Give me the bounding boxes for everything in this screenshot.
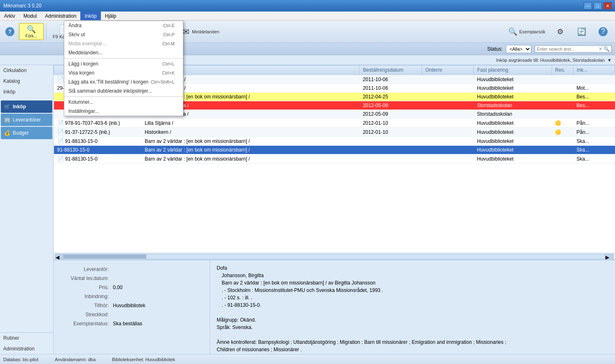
help-icon2: ? — [599, 27, 608, 36]
meddelanden-icon: ✉ — [182, 27, 189, 37]
inkop-nav-icon: 🛒 — [4, 104, 10, 110]
detail-line-4: . - Stockholm : MissionsInstitutet-PMU o… — [222, 287, 608, 294]
bottom-statusbar: Databas: bic-pilot Användarnamn: dba Bib… — [0, 354, 615, 364]
menu-item-lagg-alla[interactable]: Lägg alla ex.'Till beställning' i korgen… — [64, 77, 183, 86]
meddelanden-button[interactable]: ✉ Meddelanden — [179, 25, 223, 38]
search-clear-icon[interactable]: ✕ — [599, 46, 603, 52]
separator-2 — [64, 96, 183, 97]
status-select[interactable]: <Alla> — [506, 45, 531, 53]
scroll-right-btn[interactable]: ▶ — [605, 254, 613, 259]
vantat-value — [111, 274, 202, 282]
menu-administration[interactable]: Administration — [41, 12, 80, 20]
sidebar-item-cirkulation[interactable]: Cirkulation — [0, 65, 53, 76]
vantat-label: Väntat lev.datum: — [61, 274, 110, 282]
sidebar-nav-section: 🛒 Inköp 🏢 Leverantörer 💰 Budget — [0, 100, 53, 140]
status-label: Status: — [487, 46, 503, 52]
streckkod-value — [111, 310, 202, 319]
menu-item-installningar[interactable]: Inställningar... — [64, 107, 183, 116]
leverantorer-nav-label: Leverantörer — [13, 117, 41, 123]
status-label: Exemplarstatus: — [61, 320, 110, 328]
detail-spacer3 — [217, 353, 608, 354]
separator — [46, 23, 47, 40]
col-res[interactable]: Res. — [552, 65, 573, 75]
scroll-track[interactable] — [63, 254, 605, 259]
help-icon[interactable]: ? — [5, 27, 14, 36]
help-button[interactable]: ? — [593, 26, 613, 38]
status-value: Ska beställas — [111, 320, 202, 328]
detail-table: Leverantör: Väntat lev.datum: Pris: 0,00… — [60, 264, 203, 329]
exemplarsok-button[interactable]: 🔍 Exemplarsök — [505, 26, 549, 38]
search-go-icon[interactable]: 🔍 — [603, 46, 610, 52]
sidebar-item-inkop[interactable]: Inköp — [0, 86, 53, 97]
forkl-button[interactable]: 🔍 Förk... — [19, 23, 44, 40]
sidebar-nav-inkop[interactable]: 🛒 Inköp — [1, 100, 52, 113]
sidebar-item-rutiner[interactable]: Rutiner — [0, 332, 53, 343]
menu-inkop[interactable]: Inköp — [80, 12, 101, 20]
close-button[interactable]: ✕ — [603, 2, 612, 9]
menu-modul[interactable]: Modul — [19, 12, 41, 20]
col-bestallningsdatum[interactable]: Beställningsdatum — [360, 65, 422, 75]
menu-item-motta: Motta exemplar... Ctrl-M — [64, 39, 183, 48]
budget-nav-label: Budget — [13, 130, 28, 136]
detail-line-2: Johansson, Birgitta — [222, 272, 608, 279]
sidebar-item-katalog[interactable]: Katalog — [0, 76, 53, 86]
exemplarsok-icon: 🔍 — [508, 27, 517, 36]
tillhor-value: Huvudbibliotek — [111, 301, 202, 310]
table-row[interactable]: 📄 91-88130-15-0 Barn av 2 världar : [en … — [54, 137, 615, 146]
menu-item-andra[interactable]: Ändra Ctrl-E — [64, 21, 183, 30]
menu-item-skriv-ut[interactable]: Skriv ut Ctrl-P — [64, 30, 183, 39]
table-row[interactable]: 91-88130-15-0 Barn av 2 världar : [en bo… — [54, 146, 615, 154]
pris-value: 0,00 — [111, 283, 202, 292]
refresh-icon: 🔄 — [577, 27, 586, 36]
settings-icon: ⚙ — [557, 27, 564, 36]
table-row[interactable]: 📄 91-37-12722-5 (inb.) Historikern / 201… — [54, 128, 615, 137]
app-title: Mikromarc 3 5.20 — [3, 3, 42, 9]
detail-malgrupp: Målgrupp: Okänd. — [217, 316, 608, 324]
minimize-button[interactable]: ─ — [584, 2, 592, 9]
col-fast-placering[interactable]: Fast placering — [474, 65, 552, 75]
menu-hjalp[interactable]: Hjälp — [101, 12, 120, 20]
detail-amne2: Children of missionaries ; Missionärer . — [217, 346, 608, 353]
sidebar-item-administration[interactable]: Administration — [0, 343, 53, 354]
refresh-button[interactable]: 🔄 — [571, 26, 592, 38]
databas-label: Databas: bic-pilot — [3, 357, 38, 362]
maximize-button[interactable]: □ — [594, 2, 602, 9]
menu-arkiv[interactable]: Arkiv — [0, 12, 19, 20]
help-circle-button[interactable]: ? — [2, 26, 18, 38]
budget-nav-icon: 💰 — [4, 130, 10, 136]
menu-item-lagg-i-korgen[interactable]: Lägg i korgen Ctrl+L — [64, 59, 183, 68]
menu-item-sla-samman[interactable]: Slå samman dubblerade inköpslinjer... — [64, 86, 183, 96]
meddelanden-label: Meddelanden — [192, 29, 220, 34]
anvandarnamn-label: Användarnamn: dba — [55, 357, 96, 362]
forkl-icon: 🔍 — [27, 25, 36, 34]
inbindning-value — [111, 292, 202, 301]
horizontal-scrollbar[interactable]: ◀ ▶ — [54, 253, 615, 259]
sidebar-nav-budget[interactable]: 💰 Budget — [1, 127, 52, 139]
menu-item-visa-korgen[interactable]: Visa korgen Ctrl+K — [64, 68, 183, 77]
col-ink[interactable]: Ink... — [573, 65, 615, 75]
separator-1 — [64, 58, 183, 58]
detail-row-streckkod: Streckkod: — [61, 310, 202, 319]
sidebar-nav-leverantorer[interactable]: 🏢 Leverantörer — [1, 114, 52, 126]
pris-label: Pris: — [61, 283, 110, 292]
streckkod-label: Streckkod: — [61, 310, 110, 319]
inkop-dropdown-menu: Ändra Ctrl-E Skriv ut Ctrl-P Motta exemp… — [64, 21, 183, 116]
table-row[interactable]: 📄 91-88130-15-0 Barn av 2 världar : [en … — [54, 154, 615, 163]
detail-spacer — [217, 309, 608, 316]
detail-spacer2 — [217, 331, 608, 338]
menu-item-kolumner[interactable]: Kolumner... — [64, 98, 183, 107]
search-input[interactable] — [537, 47, 599, 51]
expand-icon[interactable]: ▼ — [607, 58, 612, 63]
scroll-thumb[interactable] — [64, 254, 146, 259]
menu-item-meddelanden[interactable]: Meddelanden... — [64, 48, 183, 57]
table-row[interactable]: 📄 978-91-7037-403-6 (inb.) Lilla Stjärna… — [54, 119, 615, 128]
biblioteksenhet-label: Biblioteksenhet: Huvudbibliotek — [112, 357, 175, 362]
sidebar: Cirkulation Katalog Inköp 🛒 Inköp 🏢 Leve… — [0, 65, 54, 354]
detail-row-vantat: Väntat lev.datum: — [61, 274, 202, 282]
detail-line-5: . - 102 s. : ill. . — [222, 294, 608, 301]
detail-sprak: Språk: Svenska. — [217, 324, 608, 331]
window-controls: ─ □ ✕ — [584, 2, 612, 9]
settings-button[interactable]: ⚙ — [550, 26, 571, 38]
scroll-left-btn[interactable]: ◀ — [55, 254, 63, 259]
col-ordernr[interactable]: Ordernr — [422, 65, 474, 75]
